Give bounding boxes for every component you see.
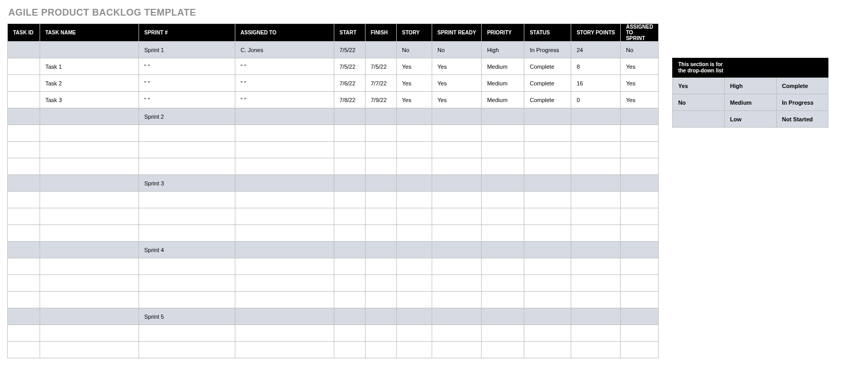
cell-sprint_ready[interactable]	[432, 292, 482, 308]
cell-story_points[interactable]	[571, 125, 621, 142]
cell-sprint_ready[interactable]	[432, 175, 482, 192]
cell-finish[interactable]	[366, 142, 397, 158]
cell-sprint_ready[interactable]: Yes	[432, 75, 482, 92]
cell-assigned_to[interactable]	[235, 125, 334, 142]
cell-assigned_to[interactable]	[235, 308, 334, 325]
cell-finish[interactable]	[366, 308, 397, 325]
cell-status[interactable]: Complete	[524, 58, 571, 75]
cell-assigned_to[interactable]	[235, 258, 334, 275]
cell-assigned_to[interactable]: " "	[235, 75, 334, 92]
cell-story_points[interactable]	[571, 275, 621, 292]
cell-task_id[interactable]	[8, 208, 40, 225]
cell-assigned_to[interactable]	[235, 108, 334, 125]
cell-story_points[interactable]	[571, 342, 621, 358]
cell-story[interactable]	[397, 225, 432, 242]
cell-finish[interactable]	[366, 342, 397, 358]
cell-story_points[interactable]	[571, 292, 621, 308]
cell-task_name[interactable]	[40, 142, 139, 158]
cell-sprint_ready[interactable]	[432, 325, 482, 342]
cell-story_points[interactable]	[571, 308, 621, 325]
cell-task_name[interactable]	[40, 192, 139, 208]
cell-start[interactable]	[334, 292, 366, 308]
cell-finish[interactable]	[366, 192, 397, 208]
cell-story[interactable]	[397, 125, 432, 142]
cell-story_points[interactable]	[571, 208, 621, 225]
cell-start[interactable]	[334, 325, 366, 342]
cell-story_points[interactable]	[571, 225, 621, 242]
cell-status[interactable]	[524, 292, 571, 308]
cell-start[interactable]	[334, 192, 366, 208]
cell-sprint_ready[interactable]	[432, 158, 482, 175]
cell-assigned_to_sprint[interactable]	[621, 175, 659, 192]
cell-task_name[interactable]	[40, 325, 139, 342]
cell-story_points[interactable]	[571, 108, 621, 125]
cell-sprint[interactable]	[139, 192, 235, 208]
cell-status[interactable]	[524, 125, 571, 142]
cell-assigned_to_sprint[interactable]	[621, 258, 659, 275]
cell-story_points[interactable]	[571, 158, 621, 175]
cell-assigned_to[interactable]	[235, 158, 334, 175]
cell-sprint[interactable]	[139, 125, 235, 142]
cell-assigned_to[interactable]	[235, 242, 334, 258]
cell-priority[interactable]	[482, 308, 524, 325]
cell-task_name[interactable]	[40, 42, 139, 58]
cell-sprint[interactable]: " "	[139, 75, 235, 92]
cell-assigned_to_sprint[interactable]	[621, 225, 659, 242]
cell-task_id[interactable]	[8, 258, 40, 275]
cell-priority[interactable]	[482, 208, 524, 225]
cell-finish[interactable]	[366, 208, 397, 225]
cell-status[interactable]	[524, 325, 571, 342]
cell-priority[interactable]	[482, 158, 524, 175]
cell-story_points[interactable]: 16	[571, 75, 621, 92]
cell-assigned_to_sprint[interactable]	[621, 142, 659, 158]
cell-priority[interactable]	[482, 192, 524, 208]
cell-task_id[interactable]	[8, 242, 40, 258]
cell-assigned_to[interactable]	[235, 175, 334, 192]
cell-sprint[interactable]	[139, 292, 235, 308]
cell-task_id[interactable]	[8, 308, 40, 325]
cell-start[interactable]	[334, 275, 366, 292]
cell-sprint_ready[interactable]	[432, 208, 482, 225]
cell-finish[interactable]	[366, 42, 397, 58]
cell-start[interactable]	[334, 258, 366, 275]
cell-finish[interactable]	[366, 225, 397, 242]
cell-assigned_to_sprint[interactable]	[621, 325, 659, 342]
cell-status[interactable]	[524, 242, 571, 258]
cell-priority[interactable]: High	[482, 42, 524, 58]
cell-start[interactable]: 7/5/22	[334, 58, 366, 75]
cell-assigned_to_sprint[interactable]	[621, 125, 659, 142]
cell-finish[interactable]	[366, 242, 397, 258]
cell-start[interactable]	[334, 225, 366, 242]
cell-status[interactable]	[524, 342, 571, 358]
cell-sprint_ready[interactable]	[432, 308, 482, 325]
cell-sprint[interactable]	[139, 258, 235, 275]
cell-story[interactable]	[397, 342, 432, 358]
cell-assigned_to_sprint[interactable]	[621, 192, 659, 208]
cell-task_id[interactable]	[8, 292, 40, 308]
cell-task_id[interactable]	[8, 175, 40, 192]
cell-assigned_to_sprint[interactable]	[621, 158, 659, 175]
cell-finish[interactable]	[366, 258, 397, 275]
cell-sprint[interactable]: Sprint 1	[139, 42, 235, 58]
cell-sprint[interactable]	[139, 225, 235, 242]
cell-sprint_ready[interactable]	[432, 142, 482, 158]
cell-status[interactable]	[524, 192, 571, 208]
cell-story[interactable]	[397, 275, 432, 292]
cell-task_name[interactable]	[40, 308, 139, 325]
cell-assigned_to[interactable]	[235, 342, 334, 358]
cell-finish[interactable]: 7/7/22	[366, 75, 397, 92]
cell-story[interactable]: Yes	[397, 75, 432, 92]
cell-priority[interactable]	[482, 292, 524, 308]
cell-assigned_to_sprint[interactable]: No	[621, 42, 659, 58]
cell-start[interactable]	[334, 308, 366, 325]
cell-sprint[interactable]	[139, 158, 235, 175]
cell-task_name[interactable]	[40, 125, 139, 142]
cell-story_points[interactable]: 0	[571, 92, 621, 108]
cell-assigned_to_sprint[interactable]: Yes	[621, 75, 659, 92]
cell-assigned_to[interactable]	[235, 292, 334, 308]
cell-start[interactable]	[334, 342, 366, 358]
cell-assigned_to_sprint[interactable]	[621, 242, 659, 258]
cell-sprint[interactable]	[139, 142, 235, 158]
cell-task_id[interactable]	[8, 42, 40, 58]
cell-story[interactable]: Yes	[397, 58, 432, 75]
